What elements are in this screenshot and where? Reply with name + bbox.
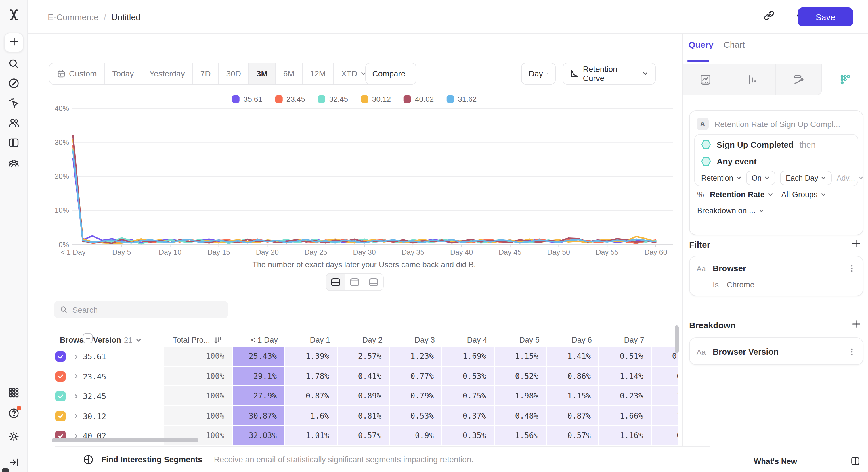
legend-item[interactable]: 35.61 — [232, 95, 262, 103]
retention-cell[interactable]: 1.15% — [547, 386, 599, 406]
legend-item[interactable]: 30.12 — [361, 95, 391, 103]
retention-cell[interactable]: 0.75% — [442, 386, 495, 406]
retention-cell[interactable]: 0.51% — [599, 347, 652, 367]
range-7d[interactable]: 7D — [193, 63, 219, 84]
retention-cell[interactable]: 0.37% — [442, 406, 495, 426]
retention-cell[interactable]: 32.03% — [233, 426, 285, 446]
retention-cell[interactable]: 0.53% — [390, 406, 442, 426]
retention-cell[interactable]: 0.79% — [390, 386, 442, 406]
range-today[interactable]: Today — [105, 63, 142, 84]
retention-cell[interactable]: 1.39% — [285, 347, 338, 367]
vertical-scrollbar[interactable] — [675, 326, 679, 353]
groups-dropdown[interactable]: All Groups — [781, 190, 818, 199]
row-checkbox[interactable] — [55, 411, 66, 422]
report-type-insights[interactable] — [683, 64, 730, 95]
day-column-header[interactable]: Day 3 — [390, 336, 442, 344]
day-column-header[interactable]: Day 2 — [338, 336, 390, 344]
on-dropdown[interactable]: On — [746, 171, 775, 185]
retention-cell[interactable]: 0.77% — [390, 367, 442, 386]
range-12m[interactable]: 12M — [303, 63, 334, 84]
event-b-row[interactable]: Any event — [701, 156, 757, 166]
panel-layout-icon[interactable] — [850, 456, 861, 466]
day-column-header[interactable]: Day 1 — [285, 336, 338, 344]
retention-cell[interactable]: 1.98% — [495, 386, 547, 406]
measure-dropdown[interactable]: Retention Rate — [710, 190, 765, 199]
retention-cell[interactable]: 0.87% — [285, 386, 338, 406]
report-type-funnels[interactable] — [730, 64, 776, 95]
report-type-retention[interactable] — [822, 64, 868, 95]
retention-cell[interactable]: 1.23% — [390, 347, 442, 367]
mixpanel-logo-icon[interactable] — [7, 9, 20, 24]
retention-cell[interactable]: 0.8% — [652, 426, 678, 446]
breadcrumb-project[interactable]: E-Commerce — [48, 12, 99, 22]
retention-cell[interactable]: 27.9% — [233, 386, 285, 406]
tab-query[interactable]: Query — [688, 40, 714, 49]
expand-row-icon[interactable] — [74, 374, 79, 379]
retention-cell[interactable]: 0.87% — [547, 406, 599, 426]
retention-cell[interactable]: 0.57% — [338, 426, 390, 446]
breakdown-property[interactable]: Browser Version — [713, 347, 779, 357]
retention-cell[interactable]: 0.89% — [338, 386, 390, 406]
create-button[interactable] — [4, 33, 24, 52]
retention-cell[interactable]: 0.23% — [599, 386, 652, 406]
day-column-header[interactable]: Day 7 — [599, 336, 652, 344]
breadcrumb-report-title[interactable]: Untitled — [111, 12, 141, 22]
search-input[interactable] — [72, 305, 223, 314]
event-a-row[interactable]: Sign Up Completed then — [701, 140, 816, 149]
row-checkbox[interactable] — [55, 351, 66, 362]
retention-cell[interactable]: 1.78% — [285, 367, 338, 386]
breakdown-menu-icon[interactable] — [848, 348, 856, 356]
layout-table-only-button[interactable] — [364, 274, 383, 290]
add-breakdown-button[interactable] — [851, 319, 861, 331]
day-column-header[interactable]: Day 8 — [652, 336, 678, 344]
tab-chart[interactable]: Chart — [724, 40, 745, 49]
legend-item[interactable]: 31.62 — [446, 95, 476, 103]
retention-cell[interactable]: 0.48% — [495, 406, 547, 426]
retention-cell[interactable]: 0.35% — [442, 426, 495, 446]
retention-cell[interactable]: 1.6% — [285, 406, 338, 426]
report-type-flows[interactable] — [776, 64, 822, 95]
expand-row-icon[interactable] — [74, 394, 79, 399]
settings-gear-icon[interactable] — [8, 431, 19, 444]
retention-cell[interactable]: 1.15% — [495, 347, 547, 367]
legend-item[interactable]: 32.45 — [318, 95, 348, 103]
retention-cell[interactable]: 0.86% — [547, 367, 599, 386]
range-yesterday[interactable]: Yesterday — [142, 63, 193, 84]
day-column-header[interactable]: < 1 Day — [233, 336, 285, 344]
select-all-checkbox[interactable] — [83, 333, 93, 343]
retention-cell[interactable]: 1.56% — [495, 426, 547, 446]
whats-new-link[interactable]: What's New — [754, 457, 797, 465]
apps-grid-icon[interactable] — [8, 387, 19, 400]
retention-cell[interactable]: 30.87% — [233, 406, 285, 426]
granularity-button[interactable]: Day — [521, 63, 556, 85]
retention-cell[interactable]: 1.14% — [599, 367, 652, 386]
range-3m[interactable]: 3M — [249, 63, 276, 84]
layout-split-button[interactable] — [326, 274, 345, 290]
retention-cell[interactable]: 2.57% — [338, 347, 390, 367]
compare-button[interactable]: Compare — [365, 63, 416, 85]
query-title-input[interactable]: Retention Rate of Sign Up Compl... — [714, 119, 840, 129]
retention-cell[interactable]: 0.9% — [390, 426, 442, 446]
advanced-dropdown[interactable]: Adv... — [837, 174, 863, 182]
retention-cell[interactable]: 0.52% — [495, 367, 547, 386]
total-column-header[interactable]: Total Pro... — [164, 336, 233, 344]
segments-title[interactable]: Find Interesting Segments — [101, 455, 203, 464]
retention-cell[interactable]: 1.1% — [652, 386, 678, 406]
filter-menu-icon[interactable] — [848, 265, 856, 272]
retention-cell[interactable]: 29.1% — [233, 367, 285, 386]
retention-cell[interactable]: 0.53% — [442, 367, 495, 386]
boards-icon[interactable] — [8, 137, 19, 150]
range-custom[interactable]: Custom — [50, 63, 105, 84]
events-cursor-icon[interactable] — [8, 97, 19, 111]
retention-cell[interactable]: 1.01% — [285, 426, 338, 446]
retention-type-dropdown[interactable]: Retention — [701, 174, 741, 182]
chart-type-button[interactable]: Retention Curve — [563, 63, 656, 85]
chevron-down-icon[interactable] — [136, 337, 142, 343]
legend-item[interactable]: 40.02 — [404, 95, 434, 103]
day-column-header[interactable]: Day 4 — [442, 336, 495, 344]
filter-operator[interactable]: Is — [713, 280, 719, 289]
each-day-dropdown[interactable]: Each Day — [780, 171, 832, 185]
day-column-header[interactable]: Day 6 — [547, 336, 599, 344]
copy-link-icon[interactable] — [763, 10, 775, 24]
retention-cell[interactable]: 1.16% — [599, 426, 652, 446]
